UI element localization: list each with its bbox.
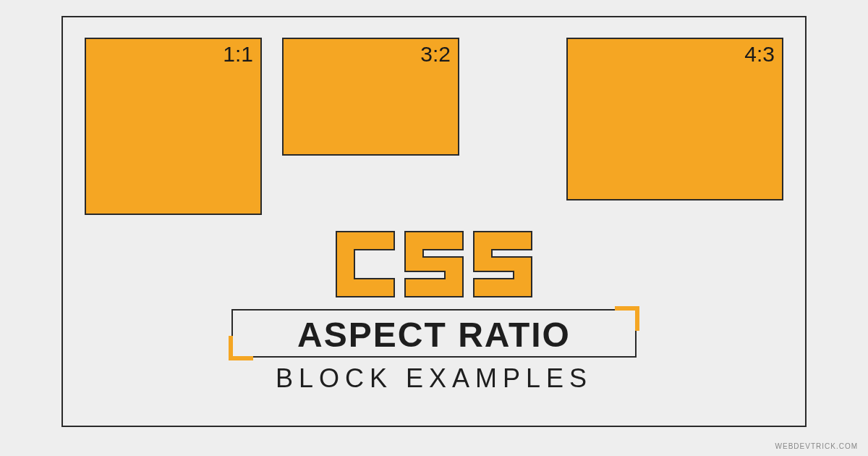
subtitle-text: BLOCK EXAMPLES [63, 363, 805, 394]
ratio-label: 4:3 [744, 42, 775, 67]
ratio-boxes-row: 1:1 3:2 4:3 [63, 17, 805, 215]
corner-accent-bottom-left-icon [229, 336, 253, 360]
title-text: ASPECT RATIO [247, 315, 621, 355]
title-box: ASPECT RATIO [231, 309, 637, 358]
css-logo [63, 228, 805, 300]
ratio-box-3-2: 3:2 [282, 38, 459, 156]
ratio-label: 1:1 [223, 42, 253, 67]
ratio-box-1-1: 1:1 [85, 38, 262, 215]
ratio-box-4-3: 4:3 [566, 38, 783, 200]
content-frame: 1:1 3:2 4:3 ASPECT RATIO BLOC [61, 16, 807, 427]
corner-accent-top-right-icon [615, 306, 639, 331]
watermark: WEBDEVTRICK.COM [775, 442, 858, 450]
ratio-label: 3:2 [420, 42, 451, 67]
